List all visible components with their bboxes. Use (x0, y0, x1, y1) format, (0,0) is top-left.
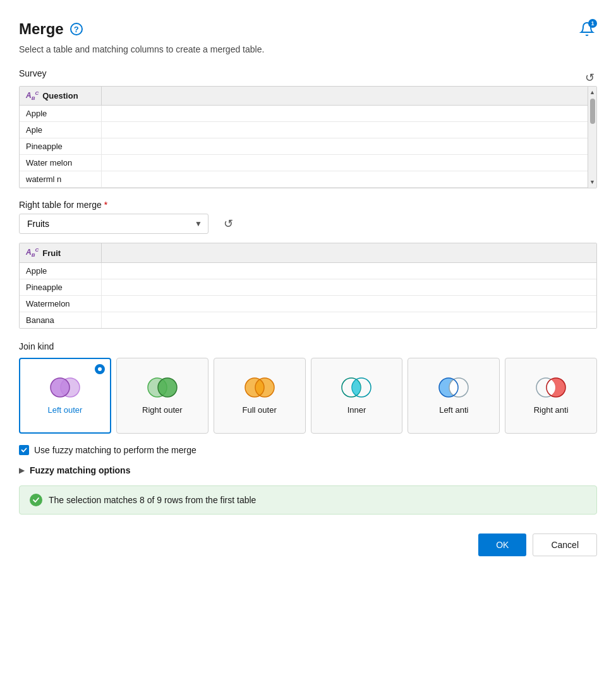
success-icon (30, 494, 42, 506)
join-option-left-anti[interactable]: Left anti (408, 358, 500, 434)
fuzzy-matching-checkbox-row: Use fuzzy matching to perform the merge (19, 445, 597, 455)
join-option-full-outer[interactable]: Full outer (214, 358, 306, 434)
table-row: Pineapple (20, 279, 596, 296)
join-option-label-inner: Inner (347, 405, 366, 415)
abc-icon-question: ABC (26, 90, 39, 101)
right-table-cell: Watermelon (20, 296, 102, 312)
refresh-left-table-button[interactable]: ↺ (583, 68, 597, 87)
right-table-header-fruit: ABC Fruit (20, 243, 102, 262)
footer-buttons: OK Cancel (19, 534, 597, 556)
help-icon[interactable]: ? (70, 23, 83, 35)
right-table-header: ABC Fruit (20, 243, 596, 262)
right-table: ABC Fruit Apple Pineapple Watermelon Ban… (19, 243, 597, 328)
scroll-down-button[interactable]: ▼ (588, 178, 596, 186)
left-table-cell: Water melon (20, 155, 102, 171)
notification-badge: 1 (588, 19, 597, 28)
table-row: Apple (20, 263, 596, 279)
table-row: Banana (20, 312, 596, 328)
join-option-inner[interactable]: Inner (311, 358, 403, 434)
venn-right-anti (533, 376, 569, 399)
left-table-cell: Apple (20, 106, 102, 121)
venn-full-outer (242, 376, 277, 399)
left-table-cell: Pineapple (20, 138, 102, 154)
venn-left-outer (47, 376, 83, 399)
table-row: waterml n (20, 171, 596, 188)
page-title: Merge (19, 20, 64, 38)
left-table-cell: waterml n (20, 171, 102, 187)
fuzzy-matching-options-label: Fuzzy matching options (30, 465, 130, 475)
join-option-label-right-anti: Right anti (534, 405, 569, 415)
join-option-left-outer[interactable]: Left outer (19, 358, 111, 434)
abc-icon-fruit: ABC (26, 247, 39, 258)
table-row: Pineapple (20, 138, 596, 155)
subtitle: Select a table and matching columns to c… (19, 44, 597, 54)
left-table-cell: Aple (20, 122, 102, 138)
right-table-cell: Apple (20, 263, 102, 279)
table-row: Aple (20, 122, 596, 138)
right-table-label: Right table for merge (19, 200, 102, 210)
right-table-cell: Pineapple (20, 279, 102, 295)
table-row: Watermelon (20, 296, 596, 312)
left-table-label: Survey (19, 68, 47, 78)
scroll-thumb[interactable] (590, 99, 595, 124)
table-row: Apple (20, 106, 596, 122)
join-option-label-left-anti: Left anti (439, 405, 468, 415)
fuzzy-matching-label: Use fuzzy matching to perform the merge (34, 445, 196, 455)
join-kind-label: Join kind (19, 341, 597, 351)
left-table: ABC Question Apple Aple Pineapple Water … (19, 86, 597, 188)
right-table-dropdown-wrapper: Fruits ▼ (19, 214, 208, 234)
table-row: Water melon (20, 155, 596, 171)
join-option-right-anti[interactable]: Right anti (505, 358, 597, 434)
notification-icon[interactable]: 1 (577, 19, 597, 39)
join-option-right-outer[interactable]: Right outer (116, 358, 208, 434)
join-option-label-right-outer: Right outer (142, 405, 183, 415)
left-table-header-question: ABC Question (20, 87, 102, 105)
fuzzy-matching-options-header[interactable]: ▶ Fuzzy matching options (19, 465, 597, 475)
right-table-cell: Banana (20, 312, 102, 328)
success-message: The selection matches 8 of 9 rows from t… (49, 495, 256, 505)
refresh-right-table-button[interactable]: ↺ (221, 214, 236, 233)
join-option-label-left-outer: Left outer (47, 405, 82, 415)
venn-right-outer (145, 376, 180, 399)
venn-inner (339, 376, 374, 399)
selected-indicator (95, 364, 105, 374)
required-indicator: * (104, 200, 107, 210)
fuzzy-matching-checkbox[interactable] (19, 445, 29, 455)
scroll-up-button[interactable]: ▲ (588, 88, 596, 97)
success-banner: The selection matches 8 of 9 rows from t… (19, 485, 597, 515)
right-table-dropdown[interactable]: Fruits (19, 214, 208, 234)
cancel-button[interactable]: Cancel (533, 534, 597, 556)
left-table-header: ABC Question (20, 87, 596, 106)
ok-button[interactable]: OK (478, 534, 526, 556)
join-options: Left outer Right outer (19, 358, 597, 434)
venn-left-anti (436, 376, 471, 399)
join-option-label-full-outer: Full outer (243, 405, 277, 415)
chevron-right-icon: ▶ (19, 466, 25, 475)
